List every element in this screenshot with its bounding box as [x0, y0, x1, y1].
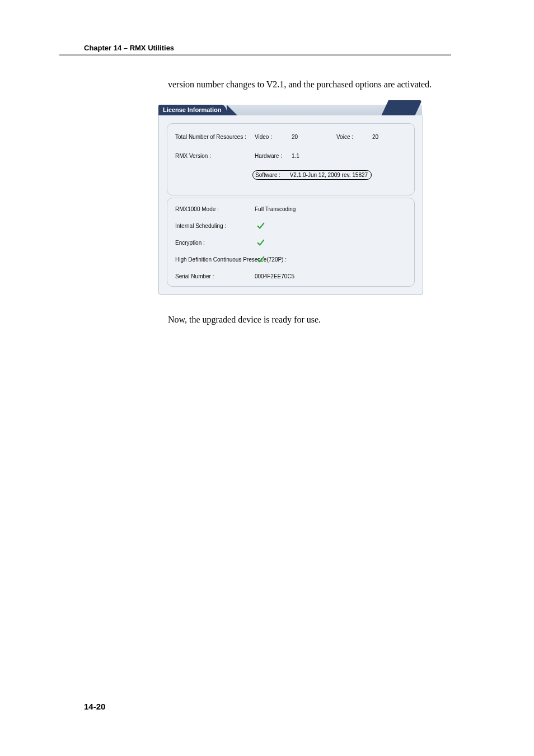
software-version-highlight: Software : V2.1.0-Jun 12, 2009 rev. 1582…: [252, 170, 372, 180]
video-label: Video :: [255, 134, 272, 140]
tab-row-right-slant: [381, 100, 422, 115]
hardware-value: 1.1: [292, 153, 299, 159]
page: Chapter 14 – RMX Utilities version numbe…: [0, 0, 534, 756]
video-value: 20: [292, 134, 298, 140]
encryption-label: Encryption :: [175, 240, 205, 246]
chapter-header: Chapter 14 – RMX Utilities: [84, 44, 174, 52]
tab-row: License Information: [158, 103, 422, 115]
check-icon: [257, 255, 265, 263]
options-block: RMX1000 Mode : Full Transcoding Internal…: [167, 198, 415, 287]
software-label: Software :: [255, 172, 280, 178]
voice-label: Voice :: [336, 134, 353, 140]
panel-body: Total Number of Resources : Video : 20 V…: [158, 115, 423, 295]
page-number: 14-20: [84, 702, 105, 711]
body-paragraph-2: Now, the upgraded device is ready for us…: [168, 314, 445, 326]
total-resources-label: Total Number of Resources :: [175, 134, 246, 140]
check-icon: [257, 222, 265, 230]
tab-slant-decoration: [227, 105, 237, 115]
resources-version-block: Total Number of Resources : Video : 20 V…: [167, 123, 415, 195]
rmx1000-mode-value: Full Transcoding: [255, 206, 296, 212]
license-info-panel: License Information Total Number of Reso…: [158, 103, 422, 294]
internal-scheduling-label: Internal Scheduling :: [175, 223, 226, 229]
rmx-version-label: RMX Version :: [175, 153, 211, 159]
tab-label: License Information: [163, 106, 222, 113]
hardware-label: Hardware :: [255, 153, 282, 159]
software-value: V2.1.0-Jun 12, 2009 rev. 15827: [290, 172, 368, 178]
serial-number-label: Serial Number :: [175, 273, 214, 279]
header-rule: [59, 54, 451, 56]
serial-number-value: 0004F2EE70C5: [255, 273, 294, 279]
rmx1000-mode-label: RMX1000 Mode :: [175, 206, 219, 212]
tab-license-information[interactable]: License Information: [158, 105, 227, 115]
voice-value: 20: [372, 134, 378, 140]
hd-continuous-presence-label: High Definition Continuous Presence(720P…: [175, 256, 287, 263]
check-icon: [257, 239, 265, 246]
body-paragraph-1: version number changes to V2.1, and the …: [168, 78, 445, 91]
